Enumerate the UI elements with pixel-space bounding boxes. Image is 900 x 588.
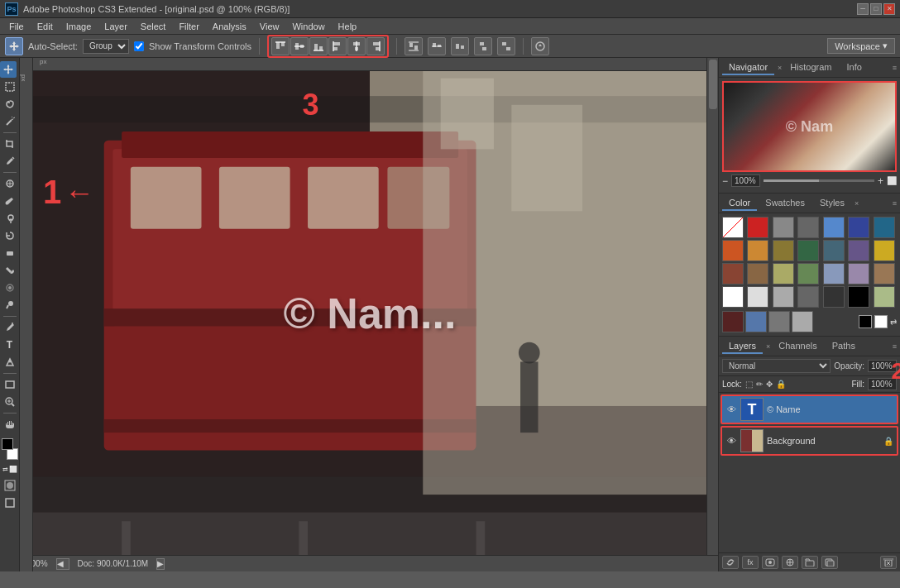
swatch-lt-gray[interactable] [747,286,768,308]
layer-visibility-name[interactable]: 👁 [725,404,737,415]
swatch-orange-red[interactable] [722,240,744,261]
canvas-vertical-scrollbar[interactable] [706,58,718,555]
swatch-light-blue[interactable] [823,263,845,284]
background-color-box[interactable] [7,448,18,460]
dist-top-btn[interactable] [405,37,423,55]
screen-mode-button[interactable] [2,495,18,511]
tab-info[interactable]: Info [840,60,868,75]
hand-tool-button[interactable] [2,416,18,433]
blur-tool-button[interactable] [2,280,18,296]
swatch-yellow[interactable] [874,240,895,261]
color-switch-icon[interactable]: ⇄ [890,318,897,327]
tab-swatches[interactable]: Swatches [759,196,811,211]
menu-file[interactable]: File [3,21,30,32]
swatch-olive[interactable] [773,240,794,261]
menu-select[interactable]: Select [135,21,172,32]
menu-image[interactable]: Image [60,21,98,32]
dist-vcenter-btn[interactable] [428,37,446,55]
minimize-button[interactable]: ─ [857,3,869,15]
tab-navigator[interactable]: Navigator [722,60,774,75]
show-transform-checkbox[interactable] [134,41,144,51]
swatch-gray2[interactable] [797,217,819,238]
quick-mask-button[interactable] [2,477,18,494]
layers-panel-menu[interactable]: ≡ [893,342,897,351]
swatch-khaki[interactable] [773,263,794,284]
swatch-dkr-gray[interactable] [823,286,845,308]
heal-tool-button[interactable] [2,175,18,192]
align-right-btn[interactable] [366,37,385,55]
status-arrow-left[interactable]: ◀ [56,558,69,570]
pen-tool-button[interactable] [2,319,18,336]
color-fg-icon[interactable] [859,315,872,328]
foreground-color-box[interactable] [2,438,13,450]
dist-bottom-btn[interactable] [451,37,469,55]
lasso-tool-button[interactable] [2,96,18,112]
swatch-mid-blue[interactable] [745,311,767,332]
swatch-dk-gray[interactable] [797,286,819,308]
maximize-button[interactable]: □ [870,3,882,15]
menu-window[interactable]: Window [286,21,330,32]
swatch-mid-gray[interactable] [773,286,794,308]
align-top-btn[interactable] [271,37,290,55]
menu-filter[interactable]: Filter [173,21,204,32]
align-left-btn[interactable] [328,37,347,55]
nav-zoom-slider[interactable] [764,179,874,182]
fill-input[interactable] [868,378,897,390]
magic-wand-tool-button[interactable] [2,113,18,130]
layers-close[interactable]: × [766,342,770,351]
stamp-tool-button[interactable] [2,210,18,227]
history-brush-button[interactable] [2,227,18,244]
swatch-dark-blue[interactable] [848,217,869,238]
auto-select-dropdown[interactable]: Group [83,39,129,54]
brush-tool-button[interactable] [2,193,18,209]
swatch-red[interactable] [747,217,768,238]
status-arrow-right[interactable]: ▶ [156,558,165,570]
fill-tool-button[interactable] [2,262,18,279]
tab-channels[interactable]: Channels [772,339,823,354]
zoom-plus-icon[interactable]: + [878,175,883,187]
menu-view[interactable]: View [254,21,285,32]
layer-item-name[interactable]: 👁 T © Name [720,394,898,424]
zoom-minus-icon[interactable]: − [722,175,728,187]
swatch-null[interactable] [722,217,744,238]
swatch-green[interactable] [797,240,819,261]
color-panel-menu[interactable]: ≡ [893,199,897,208]
swatch-dark-red[interactable] [722,311,744,332]
dist-left-btn[interactable] [474,37,492,55]
layer-new-btn[interactable] [821,556,838,569]
styles-close[interactable]: × [855,199,859,208]
tab-histogram[interactable]: Histogram [783,60,838,75]
layer-group-btn[interactable] [802,556,818,569]
swatch-brown[interactable] [747,263,768,284]
align-bottom-btn[interactable] [309,37,328,55]
swatch-purple[interactable] [848,240,869,261]
eraser-tool-button[interactable] [2,245,18,261]
text-tool-button[interactable]: T [2,337,18,353]
marquee-tool-button[interactable] [2,79,18,95]
panel-menu-icon[interactable]: ≡ [893,64,897,72]
lock-all-icon[interactable]: 🔒 [776,380,786,389]
layer-link-btn[interactable] [722,556,739,569]
menu-layer[interactable]: Layer [98,21,133,32]
auto-align-btn[interactable] [531,37,549,55]
menu-help[interactable]: Help [333,21,363,32]
layer-visibility-background[interactable]: 👁 [725,435,737,447]
swatch-gray3[interactable] [768,311,790,332]
workspace-button[interactable]: Workspace ▾ [827,38,895,54]
menu-analysis[interactable]: Analysis [207,21,252,32]
layer-fx-btn[interactable]: fx [742,556,759,569]
layer-mask-btn[interactable] [762,556,778,569]
align-hcenter-btn[interactable] [347,37,366,55]
swatch-lavender[interactable] [848,263,869,284]
swatch-extra1[interactable] [792,311,813,332]
menu-edit[interactable]: Edit [31,21,59,32]
layer-adj-btn[interactable] [782,556,798,569]
tab-paths[interactable]: Paths [826,339,862,354]
move-tool-button[interactable] [0,61,17,78]
layer-item-background[interactable]: 👁 Background 🔒 [720,426,898,456]
swatch-light-green[interactable] [874,286,895,308]
path-select-button[interactable] [2,354,18,370]
swatch-brown-red[interactable] [722,263,744,284]
swatch-white[interactable] [722,286,744,308]
swatch-blue[interactable] [823,217,845,238]
